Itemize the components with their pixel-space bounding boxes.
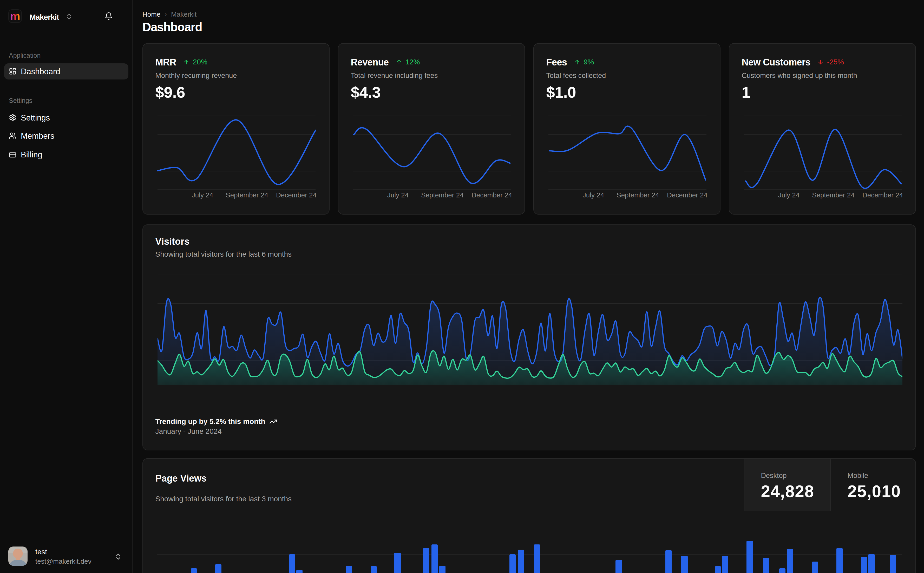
svg-text:m: m <box>10 10 20 22</box>
